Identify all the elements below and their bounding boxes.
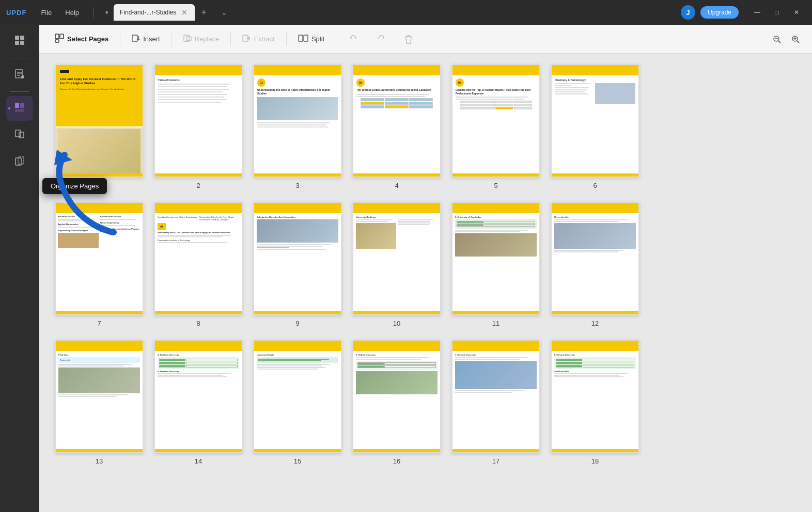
page-image-2: Table of Contents xyxy=(154,64,243,178)
menu-file[interactable]: File xyxy=(35,7,58,19)
page-image-9: Scholarship Rules for Next Universities xyxy=(253,202,342,315)
yellow-strip-6 xyxy=(552,173,638,177)
rotate-left-button[interactable] xyxy=(340,30,366,48)
extract-button[interactable]: Extract xyxy=(235,31,282,47)
insert-label: Insert xyxy=(143,35,160,43)
select-pages-icon xyxy=(55,34,64,44)
page-thumb-14[interactable]: 4. Stanford University xyxy=(154,340,243,465)
yellow-strip-9 xyxy=(254,311,341,314)
page-number-18: 18 xyxy=(591,457,599,465)
page-thumb-17[interactable]: 7. Harvard University xyxy=(451,340,540,465)
sidebar-annotation[interactable] xyxy=(6,62,33,87)
page-thumb-6[interactable]: Pharmacy & Terminology xyxy=(551,64,639,189)
yellow-strip-16 xyxy=(353,449,440,452)
delete-button[interactable] xyxy=(396,30,421,48)
svg-rect-9 xyxy=(15,103,19,108)
select-pages-button[interactable]: Select Pages xyxy=(48,30,116,47)
extract-icon xyxy=(242,34,251,44)
split-button[interactable]: Split xyxy=(291,31,332,47)
divider xyxy=(93,7,94,18)
app-logo[interactable]: UPDF xyxy=(6,9,26,17)
insert-button[interactable]: Insert xyxy=(124,31,167,47)
page-thumb-8[interactable]: Naval Architecture and Marine Engineerin… xyxy=(154,202,243,327)
sidebar-copy-pages[interactable] xyxy=(6,150,33,174)
page-number-2: 2 xyxy=(196,182,200,189)
svg-rect-1 xyxy=(20,36,24,40)
maximize-button[interactable]: □ xyxy=(768,5,786,20)
tab-current[interactable]: Find-and-...r-Studies ✕ xyxy=(114,4,195,21)
replace-label: Replace xyxy=(195,35,220,43)
yellow-strip-11 xyxy=(452,311,539,314)
user-avatar[interactable]: J xyxy=(681,5,695,20)
tab-add-button[interactable]: + xyxy=(197,6,211,19)
svg-rect-12 xyxy=(15,130,21,137)
upgrade-button[interactable]: Upgrade xyxy=(700,6,739,19)
page-number-14: 14 xyxy=(195,457,202,465)
page-image-8: Naval Architecture and Marine Engineerin… xyxy=(154,202,243,315)
page-thumb-3[interactable]: 01 Understanding the Need to Apply Inter… xyxy=(253,64,342,189)
toolbar-divider-5 xyxy=(336,32,336,46)
page-number-8: 8 xyxy=(196,319,200,327)
page-thumb-15[interactable]: University Details xyxy=(253,340,342,465)
page-thumb-4[interactable]: 02 The 10 Best Global Universities Leadi… xyxy=(352,64,441,189)
tab-dropdown[interactable]: ▾ xyxy=(102,8,112,17)
yellow-strip-10 xyxy=(353,311,440,314)
page-number-7: 7 xyxy=(97,319,101,327)
page-thumb-18[interactable]: 8. Harvard University xyxy=(551,340,639,465)
page-thumb-12[interactable]: University Info xyxy=(551,202,639,327)
zoom-in-button[interactable] xyxy=(787,31,804,47)
yellow-strip-8 xyxy=(155,311,242,314)
page-thumb-10[interactable]: University Rankings xyxy=(352,202,441,327)
svg-rect-29 xyxy=(299,35,303,41)
minimize-button[interactable]: — xyxy=(748,5,767,20)
page-image-4: 02 The 10 Best Global Universities Leadi… xyxy=(352,64,441,178)
page-thumb-16[interactable]: 6. Oxford University xyxy=(352,340,441,465)
close-button[interactable]: ✕ xyxy=(787,5,806,20)
sidebar-thumbnail-view[interactable] xyxy=(6,29,33,54)
page-thumb-9[interactable]: Scholarship Rules for Next Universities xyxy=(253,202,342,327)
page-number-3: 3 xyxy=(295,182,299,189)
page-thumb-2[interactable]: Table of Contents xyxy=(154,64,243,189)
sidebar-extract-pages[interactable] xyxy=(6,123,33,148)
page-thumb-13[interactable]: Final Year Tuition Info xyxy=(55,340,144,465)
svg-rect-2 xyxy=(15,41,19,45)
toolbar-divider-1 xyxy=(120,32,120,46)
tab-area: ▾ Find-and-...r-Studies ✕ + ⌄ xyxy=(102,4,677,21)
logo-text: UPDF xyxy=(6,9,26,17)
tab-close[interactable]: ✕ xyxy=(180,8,189,17)
svg-line-39 xyxy=(797,41,799,43)
organize-pages-icon xyxy=(14,102,25,116)
yellow-strip-4 xyxy=(353,173,440,177)
rotate-right-button[interactable] xyxy=(368,30,394,48)
page-image-18: 8. Harvard University xyxy=(551,340,639,453)
left-sidebar xyxy=(0,25,39,512)
yellow-strip-14 xyxy=(155,449,242,452)
svg-rect-11 xyxy=(15,109,24,112)
page-number-15: 15 xyxy=(294,457,301,465)
page-thumb-5[interactable]: 03 Locking Into the Top 10 Subject Major… xyxy=(451,64,540,189)
replace-button[interactable]: Replace xyxy=(176,31,227,47)
page-image-16: 6. Oxford University xyxy=(352,340,441,453)
menu-help[interactable]: Help xyxy=(59,7,85,19)
yellow-strip-7 xyxy=(56,311,143,314)
page-row-3: Final Year Tuition Info xyxy=(55,340,797,465)
svg-point-8 xyxy=(21,75,24,78)
page-thumb-11[interactable]: 3. University of Cambridge xyxy=(451,202,540,327)
page-image-11: 3. University of Cambridge xyxy=(451,202,540,315)
yellow-strip-2 xyxy=(155,173,242,177)
annotation-icon xyxy=(14,68,25,82)
sidebar-organize-pages[interactable] xyxy=(6,96,33,121)
page-grid: Find and Apply For the Best Institutes I… xyxy=(39,54,812,512)
page-number-10: 10 xyxy=(393,319,400,327)
tab-label: Find-and-...r-Studies xyxy=(120,9,176,16)
page-number-9: 9 xyxy=(295,319,299,327)
page-image-12: University Info xyxy=(551,202,639,315)
page-thumb-1[interactable]: Find and Apply For the Best Institutes I… xyxy=(55,64,144,189)
svg-rect-0 xyxy=(15,36,19,40)
page-thumb-7[interactable]: Actuarial Science Applied Mathematics xyxy=(55,202,144,327)
tab-list-button[interactable]: ⌄ xyxy=(217,6,231,19)
zoom-out-button[interactable] xyxy=(769,31,785,47)
page-number-6: 6 xyxy=(593,182,597,189)
page-row-1: Find and Apply For the Best Institutes I… xyxy=(55,64,797,189)
yellow-strip-13 xyxy=(56,449,143,452)
